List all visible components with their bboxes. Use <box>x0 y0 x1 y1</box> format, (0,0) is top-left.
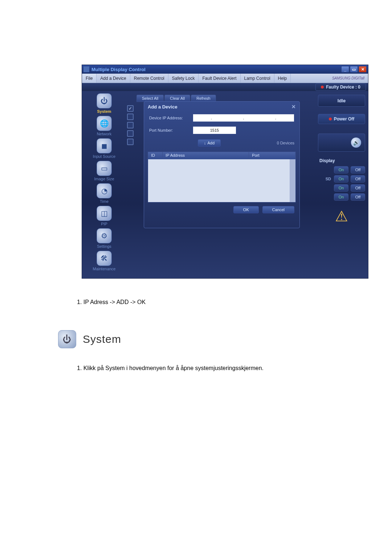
app-window: Multiple Display Control _ ▭ ✕ File Add … <box>82 65 368 279</box>
image-size-icon: ▭ <box>97 161 112 176</box>
close-button[interactable]: ✕ <box>359 66 367 73</box>
device-checkbox[interactable]: ✓ <box>127 105 134 112</box>
sidebar-item-pip[interactable]: ◫ PIP <box>84 206 124 226</box>
menu-bar: File Add a Device Remote Control Safety … <box>82 74 368 83</box>
device-checkbox[interactable] <box>127 130 134 137</box>
app-icon <box>83 66 89 72</box>
col-ip-address: IP Address <box>163 152 249 159</box>
left-sidebar: ⏻ System 🌐 Network ◼ Input Source ▭ Imag… <box>84 91 124 276</box>
right-panel: Idle Power Off 🔊 Display On Off SD On Of… <box>318 95 365 225</box>
sd-label: SD <box>326 177 331 181</box>
off-button[interactable]: Off <box>351 175 365 182</box>
menu-file[interactable]: File <box>82 74 97 83</box>
onoff-row: On Off <box>318 166 365 173</box>
dialog-buttons: OK Cancel <box>144 202 299 217</box>
system-icon: ⏻ <box>97 93 112 108</box>
off-button[interactable]: Off <box>351 193 365 201</box>
sidebar-item-input-source[interactable]: ◼ Input Source <box>84 138 124 159</box>
grid-scrollbar[interactable] <box>290 159 295 202</box>
title-bar: Multiple Display Control _ ▭ ✕ <box>82 65 368 74</box>
sidebar-label: Time <box>84 199 124 204</box>
input-source-icon: ◼ <box>97 138 112 153</box>
off-button[interactable]: Off <box>351 184 365 192</box>
dialog-title: Add a Device <box>148 104 177 110</box>
menu-lamp-control[interactable]: Lamp Control <box>241 74 274 83</box>
maximize-button[interactable]: ▭ <box>350 66 358 73</box>
power-dot-icon <box>329 118 332 120</box>
window-title: Multiple Display Control <box>91 67 146 72</box>
speaker-icon[interactable]: 🔊 <box>351 138 361 148</box>
port-number-input[interactable]: 1515 <box>193 126 236 134</box>
add-row: ↓ Add 0 Devices <box>144 136 299 149</box>
on-button[interactable]: On <box>334 166 348 173</box>
power-off-label: Power Off <box>334 116 355 122</box>
status-sub-bar: Faulty Device : 0 <box>82 83 368 91</box>
display-group-label: Display <box>318 158 365 163</box>
time-icon: ◔ <box>97 183 112 198</box>
doc-step-2: 1. Klikk på System i hovedmenyen for å å… <box>77 365 342 372</box>
on-button[interactable]: On <box>334 184 348 192</box>
sidebar-item-settings[interactable]: ⚙ Settings <box>84 228 124 249</box>
on-button[interactable]: On <box>334 175 348 182</box>
sidebar-item-image-size[interactable]: ▭ Image Size <box>84 161 124 181</box>
port-row: Port Number: 1515 <box>144 124 299 136</box>
ip-row: Device IP Address: ... <box>144 112 299 124</box>
doc-step-1: 1. IP Adress -> ADD -> OK <box>77 299 342 305</box>
menu-safety-lock[interactable]: Safety Lock <box>168 74 199 83</box>
maintenance-icon: 🛠 <box>97 251 112 266</box>
grid-body <box>148 159 295 202</box>
sidebar-label: Maintenance <box>84 267 124 271</box>
sidebar-item-maintenance[interactable]: 🛠 Maintenance <box>84 251 124 271</box>
onoff-rows: On Off SD On Off On Off On Off <box>318 166 365 201</box>
menu-help[interactable]: Help <box>274 74 291 83</box>
ip-address-input[interactable]: ... <box>193 114 294 122</box>
dialog-close-button[interactable]: ✕ <box>291 104 296 110</box>
onoff-row: On Off <box>318 184 365 192</box>
off-button[interactable]: Off <box>351 166 365 173</box>
device-checkbox[interactable] <box>127 122 134 128</box>
on-button[interactable]: On <box>334 193 348 201</box>
device-checkbox[interactable] <box>127 139 134 145</box>
add-button[interactable]: ↓ Add <box>198 139 221 147</box>
toolbar-tabs: Select All Clear All Refresh <box>136 95 216 102</box>
sidebar-item-network[interactable]: 🌐 Network <box>84 116 124 136</box>
tab-refresh[interactable]: Refresh <box>191 95 216 102</box>
sidebar-label: System <box>84 109 124 114</box>
device-grid: ID IP Address Port <box>148 152 296 202</box>
system-section-icon: ⏻ <box>58 330 76 348</box>
tab-select-all[interactable]: Select All <box>136 95 164 102</box>
document-text: 1. IP Adress -> ADD -> OK ⏻ System 1. Kl… <box>77 299 342 372</box>
system-section-heading: ⏻ System <box>58 330 342 348</box>
sidebar-item-time[interactable]: ◔ Time <box>84 183 124 204</box>
ok-button[interactable]: OK <box>233 206 259 213</box>
network-icon: 🌐 <box>97 116 112 131</box>
faulty-device-badge: Faulty Device : 0 <box>315 83 366 91</box>
settings-icon: ⚙ <box>97 228 112 243</box>
minimize-button[interactable]: _ <box>341 66 349 73</box>
sidebar-label: Settings <box>84 244 124 249</box>
dialog-title-bar: Add a Device ✕ <box>144 102 299 112</box>
onoff-row: SD On Off <box>318 175 365 182</box>
sidebar-item-system[interactable]: ⏻ System <box>84 93 124 114</box>
menu-add-device[interactable]: Add a Device <box>97 74 130 83</box>
sidebar-label: Input Source <box>84 154 124 159</box>
main-area: Select All Clear All Refresh ⏻ System 🌐 … <box>82 91 368 278</box>
volume-box: 🔊 <box>318 134 365 152</box>
col-id: ID <box>148 152 163 159</box>
tab-clear-all[interactable]: Clear All <box>164 95 190 102</box>
device-checkbox[interactable] <box>127 114 134 120</box>
cancel-button[interactable]: Cancel <box>262 206 294 213</box>
grid-header: ID IP Address Port <box>148 152 295 159</box>
warning-icon: ⚠ <box>330 207 353 225</box>
menu-remote-control[interactable]: Remote Control <box>130 74 168 83</box>
onoff-row: On Off <box>318 193 365 201</box>
devices-count: 0 Devices <box>277 141 294 145</box>
status-idle: Idle <box>318 95 365 107</box>
sidebar-label: Image Size <box>84 177 124 181</box>
power-off-button[interactable]: Power Off <box>318 114 365 124</box>
brand-label: SAMSUNG DIGITall <box>328 74 368 83</box>
sidebar-label: Network <box>84 132 124 136</box>
menu-fault-alert[interactable]: Fault Device Alert <box>199 74 240 83</box>
checkbox-column: ✓ <box>127 103 136 147</box>
add-button-label: Add <box>208 141 215 145</box>
